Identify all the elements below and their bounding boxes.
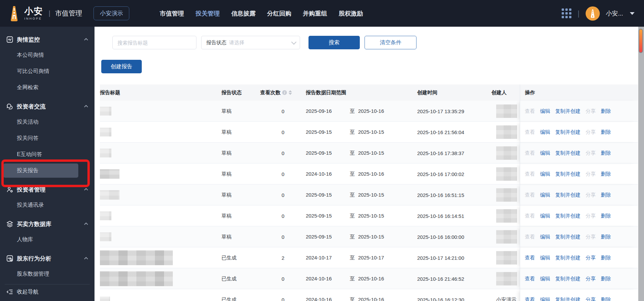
share-link[interactable]: 分享 [586,171,596,177]
sidebar-item-shareholder-data[interactable]: 股东数据管理 [0,266,95,282]
top-nav-item[interactable]: 股权激励 [339,9,363,18]
collapse-nav-button[interactable]: 收起导航 [0,284,95,299]
sidebar-item-company-sentiment[interactable]: 本公司舆情 [0,47,95,63]
delete-link[interactable]: 删除 [601,192,611,198]
edit-link[interactable]: 编辑 [540,150,550,156]
user-avatar[interactable] [586,6,600,21]
status-cell: 草稿 [221,192,260,198]
delete-link[interactable]: 删除 [601,255,611,261]
share-link[interactable]: 分享 [586,192,596,198]
redacted-creator [496,104,517,118]
share-link[interactable]: 分享 [586,108,596,115]
delete-link[interactable]: 删除 [601,276,611,282]
delete-link[interactable]: 删除 [601,171,611,177]
share-link[interactable]: 分享 [586,276,596,282]
sidebar-item-ir-reports[interactable]: 投关报告 [0,162,95,179]
view-link[interactable]: 查看 [525,234,535,240]
delete-link[interactable]: 删除 [601,234,611,240]
share-link[interactable]: 分享 [586,213,596,219]
scrollbar-thumb[interactable] [639,29,643,53]
create-report-button[interactable]: 创建报告 [101,60,142,73]
edit-link[interactable]: 编辑 [540,255,550,261]
chevron-up-icon[interactable] [84,104,88,109]
sidebar-item-ir-qa[interactable]: 投关问答 [0,130,95,146]
edit-link[interactable]: 编辑 [540,192,550,198]
view-link[interactable]: 查看 [525,129,535,135]
edit-link[interactable]: 编辑 [540,129,550,135]
col-views: 查看次数 i [260,90,306,96]
copy-create-link[interactable]: 复制并创建 [555,171,581,177]
view-link[interactable]: 查看 [525,297,535,301]
copy-create-link[interactable]: 复制并创建 [555,255,581,261]
sidebar-item-peer-sentiment[interactable]: 可比公司舆情 [0,63,95,79]
share-link[interactable]: 分享 [586,129,596,135]
sidebar-section-buyside-db[interactable]: 买卖方数据库 [0,217,95,231]
redacted-title [100,232,111,241]
table-row: 已生成 0 2024-10-16至2025-10-16 2025-10-16 1… [100,289,638,301]
edit-link[interactable]: 编辑 [540,213,550,219]
copy-create-link[interactable]: 复制并创建 [555,276,581,282]
sidebar-item-ir-activities[interactable]: 投关活动 [0,114,95,130]
copy-create-link[interactable]: 复制并创建 [555,108,581,115]
view-link[interactable]: 查看 [525,108,535,115]
info-icon[interactable]: i [282,90,287,95]
view-link[interactable]: 查看 [525,192,535,198]
delete-link[interactable]: 删除 [601,213,611,219]
clear-filters-button[interactable]: 清空条件 [365,36,417,49]
copy-create-link[interactable]: 复制并创建 [555,234,581,240]
delete-link[interactable]: 删除 [601,297,611,301]
user-menu-caret-icon[interactable] [630,12,635,15]
view-link[interactable]: 查看 [525,255,535,261]
actions-cell: 查看 编辑 复制并创建 分享 删除 [520,164,638,184]
share-link[interactable]: 分享 [586,297,596,301]
share-link[interactable]: 分享 [586,255,596,261]
chevron-up-icon[interactable] [84,37,88,42]
copy-create-link[interactable]: 复制并创建 [555,297,581,301]
share-link[interactable]: 分享 [586,150,596,156]
sort-icon[interactable] [289,90,292,95]
search-input[interactable] [112,36,196,49]
view-link[interactable]: 查看 [525,150,535,156]
env-badge-button[interactable]: 小安演示 [93,6,129,20]
user-name[interactable]: 小安... [606,9,623,18]
page-scrollbar[interactable] [638,27,644,301]
edit-link[interactable]: 编辑 [540,108,550,115]
sidebar-section-investor-comm[interactable]: 投资者交流 [0,99,95,114]
sidebar-item-web-search[interactable]: 全网检索 [0,79,95,96]
top-nav-item[interactable]: 并购重组 [303,9,327,18]
view-link[interactable]: 查看 [525,171,535,177]
views-cell: 0 [260,150,306,156]
chevron-up-icon[interactable] [84,187,88,192]
copy-create-link[interactable]: 复制并创建 [555,192,581,198]
edit-link[interactable]: 编辑 [540,276,550,282]
delete-link[interactable]: 删除 [601,129,611,135]
edit-link[interactable]: 编辑 [540,171,550,177]
top-nav-item[interactable]: 信息披露 [231,9,256,18]
view-link[interactable]: 查看 [525,213,535,219]
sidebar-section-shareholder-analysis[interactable]: 股东行为分析 [0,251,95,266]
sidebar-section-sentiment[interactable]: 舆情监控 [0,32,95,47]
edit-link[interactable]: 编辑 [540,297,550,301]
top-nav-item[interactable]: 市值管理 [160,9,184,18]
delete-link[interactable]: 删除 [601,108,611,115]
sidebar-item-einteraction-qa[interactable]: E互动问答 [0,146,95,162]
copy-create-link[interactable]: 复制并创建 [555,150,581,156]
sidebar-section-investor-mgmt[interactable]: 投资者管理 [0,182,95,197]
copy-create-link[interactable]: 复制并创建 [555,129,581,135]
views-cell: 0 [260,276,306,282]
top-nav-item[interactable]: 投关管理 [195,9,220,18]
view-link[interactable]: 查看 [525,276,535,282]
report-title-cell [100,250,221,265]
share-link[interactable]: 分享 [586,234,596,240]
delete-link[interactable]: 删除 [601,150,611,156]
top-nav-item[interactable]: 分红回购 [267,9,291,18]
apps-grid-icon[interactable] [562,8,571,18]
edit-link[interactable]: 编辑 [540,234,550,240]
chevron-up-icon[interactable] [84,256,88,261]
sidebar-item-people-db[interactable]: 人物库 [0,231,95,248]
sidebar-item-ir-contacts[interactable]: 投关通讯录 [0,197,95,213]
search-button[interactable]: 搜索 [308,36,360,49]
copy-create-link[interactable]: 复制并创建 [555,213,581,219]
report-status-select[interactable]: 报告状态 请选择 [201,36,300,49]
chevron-up-icon[interactable] [84,222,88,226]
